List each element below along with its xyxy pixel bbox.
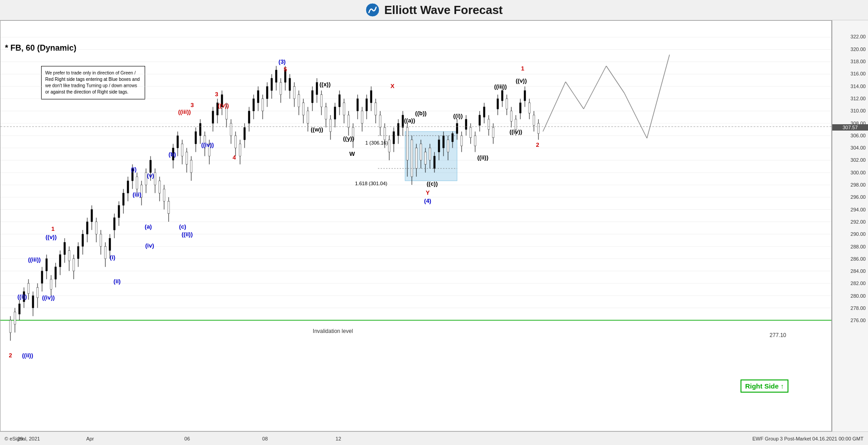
price-310: 310.00: [850, 108, 866, 113]
svg-rect-248: [510, 111, 512, 122]
svg-rect-170: [334, 107, 336, 119]
svg-rect-106: [190, 160, 192, 173]
svg-rect-52: [68, 250, 70, 261]
svg-rect-108: [195, 131, 197, 144]
svg-rect-214: [434, 156, 435, 169]
svg-rect-190: [379, 115, 381, 127]
svg-rect-54: [73, 259, 75, 271]
wave-label-Y: Y: [426, 189, 430, 196]
price-318: 318.00: [850, 59, 866, 64]
svg-rect-122: [226, 107, 227, 119]
svg-rect-128: [239, 144, 241, 156]
svg-rect-194: [388, 140, 390, 152]
svg-rect-42: [46, 259, 47, 271]
price-292: 292.00: [850, 219, 866, 225]
svg-rect-116: [212, 111, 214, 123]
chart-area: * FB, 60 (Dynamic) We prefer to trade on…: [0, 20, 832, 431]
svg-rect-168: [330, 119, 331, 131]
price-280: 280.00: [850, 293, 866, 299]
ewf-logo: [365, 3, 380, 17]
wave-label-i-s2: (i): [110, 254, 115, 261]
svg-rect-102: [181, 144, 183, 156]
svg-rect-124: [230, 123, 232, 136]
svg-rect-200: [402, 115, 404, 127]
svg-rect-110: [199, 123, 201, 136]
svg-rect-192: [384, 127, 386, 140]
svg-rect-74: [118, 206, 120, 218]
invalidation-label: Invalidation level: [313, 328, 353, 334]
svg-rect-204: [411, 140, 413, 177]
svg-rect-166: [325, 107, 327, 119]
price-300: 300.00: [850, 170, 866, 175]
wave-label-ww: ((w)): [311, 126, 323, 133]
wave-label-iii-sm: (iii): [132, 191, 142, 198]
svg-rect-198: [397, 123, 399, 136]
price-320: 320.00: [850, 47, 866, 52]
svg-rect-92: [159, 181, 160, 193]
svg-rect-152: [293, 86, 295, 98]
date-06: 06: [184, 436, 190, 441]
svg-rect-30: [19, 304, 20, 314]
svg-rect-70: [109, 238, 111, 250]
price-288: 288.00: [850, 244, 866, 249]
wave-label-b: (b): [169, 151, 176, 158]
wave-label-5: 5: [283, 66, 287, 73]
svg-rect-88: [150, 160, 151, 173]
svg-rect-258: [533, 115, 535, 126]
svg-rect-82: [136, 177, 138, 189]
candlesticks-left: [9, 279, 38, 341]
svg-rect-232: [474, 136, 476, 146]
price-290: 290.00: [850, 231, 866, 237]
svg-rect-186: [370, 90, 372, 103]
svg-rect-36: [32, 295, 34, 308]
svg-rect-66: [100, 234, 102, 246]
wave-label-i-r: ((i)): [453, 112, 463, 119]
date-12: 12: [335, 436, 341, 441]
wave-label-c: (c): [179, 223, 186, 230]
svg-rect-212: [429, 148, 431, 160]
chart-svg: [0, 21, 831, 431]
svg-rect-130: [244, 127, 245, 140]
date-08: 08: [262, 436, 268, 441]
wave-label-3: 3: [215, 91, 218, 98]
svg-rect-256: [528, 103, 530, 113]
svg-rect-64: [95, 222, 97, 234]
svg-rect-94: [163, 189, 165, 201]
wave-label-iii-l: ((iii)): [28, 256, 41, 263]
svg-rect-260: [538, 123, 539, 134]
svg-rect-104: [186, 152, 188, 164]
svg-rect-156: [302, 103, 304, 115]
svg-rect-28: [14, 312, 16, 324]
svg-rect-40: [41, 271, 43, 283]
wave-label-1lev: 1 (306.16): [365, 140, 388, 145]
svg-rect-184: [366, 99, 368, 111]
svg-rect-126: [235, 136, 236, 148]
svg-rect-228: [465, 119, 467, 130]
svg-rect-72: [113, 218, 115, 230]
wave-label-iii-2: 3: [190, 102, 193, 108]
wave-label-aa: ((a)): [404, 117, 415, 124]
wave-label-ii-sm: (ii): [113, 278, 121, 285]
wave-label-v-2: ((v)): [218, 102, 229, 109]
svg-rect-222: [452, 134, 453, 142]
svg-line-263: [584, 66, 606, 109]
date-29: 29: [17, 436, 23, 441]
wave-label-v-r: ((v)): [516, 77, 527, 84]
wave-label-iv-b: ((iv)): [42, 294, 55, 301]
svg-rect-242: [497, 99, 499, 109]
svg-line-265: [624, 93, 647, 138]
price-axis: 322.00 320.00 318.00 316.00 314.00 312.0…: [832, 20, 868, 431]
svg-rect-236: [483, 107, 485, 117]
wave-label-ii-2: ((ii)): [182, 231, 193, 238]
wave-label-W: W: [349, 150, 355, 157]
wave-label-ii-r: ((ii)): [477, 154, 489, 161]
svg-line-264: [606, 66, 624, 93]
wave-label-i-sm: (i): [131, 166, 137, 173]
svg-rect-132: [248, 111, 250, 123]
svg-rect-210: [425, 152, 426, 164]
svg-rect-68: [104, 246, 106, 258]
svg-rect-196: [393, 131, 395, 144]
svg-rect-142: [271, 78, 273, 90]
price-302: 302.00: [850, 157, 866, 163]
svg-rect-172: [339, 94, 340, 107]
